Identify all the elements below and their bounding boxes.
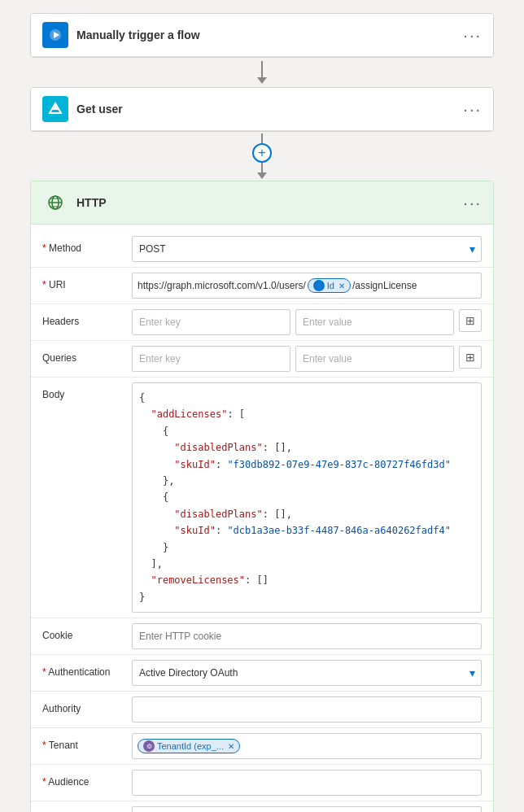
- get-user-dots-menu[interactable]: ···: [463, 100, 482, 119]
- headers-inputs: ⊞: [132, 309, 482, 335]
- tenant-token-label: TenantId (exp_...: [157, 741, 224, 751]
- uri-token-icon: 👤: [313, 280, 325, 291]
- cookie-control: [132, 623, 482, 649]
- auth-label: Authentication: [42, 660, 132, 678]
- tenant-token-badge: ⚙ TenantId (exp_... ✕: [138, 739, 240, 753]
- uri-row: URI https://graph.microsoft.com/v1.0/use…: [31, 268, 493, 303]
- headers-control: ⊞: [132, 309, 482, 335]
- arrow-1: [257, 61, 267, 84]
- queries-label: Queries: [42, 346, 132, 364]
- client-id-row: Client ID ⚙ ClientId_Graph_... ✕: [31, 801, 493, 812]
- audience-input[interactable]: https://graph.microsoft.com: [132, 770, 482, 796]
- http-globe-icon: [42, 190, 68, 216]
- uri-token-label: Id: [327, 281, 334, 290]
- uri-field[interactable]: https://graph.microsoft.com/v1.0/users/ …: [132, 273, 482, 299]
- body-control: { "addLicenses": [ { "disabledPlans": []…: [132, 382, 482, 613]
- http-card: HTTP ··· Method POST GET PUT DELETE PATC…: [30, 181, 494, 812]
- method-select[interactable]: POST GET PUT DELETE PATCH: [132, 236, 482, 262]
- tenant-token-close[interactable]: ✕: [228, 742, 234, 751]
- headers-label: Headers: [42, 309, 132, 327]
- cookie-row: Cookie: [31, 618, 493, 654]
- audience-control: https://graph.microsoft.com: [132, 770, 482, 796]
- tenant-token-icon: ⚙: [143, 740, 155, 752]
- cookie-input[interactable]: [132, 623, 482, 649]
- get-user-title: Get user: [76, 103, 123, 116]
- authority-label: Authority: [42, 696, 132, 714]
- queries-row: Queries ⊞: [31, 341, 493, 377]
- body-row: Body { "addLicenses": [ { "disabledPlans…: [31, 378, 493, 618]
- body-label: Body: [42, 382, 132, 400]
- client-id-label: Client ID: [42, 806, 132, 812]
- tenant-control[interactable]: ⚙ TenantId (exp_... ✕: [132, 733, 482, 759]
- get-user-card: Get user ···: [30, 87, 494, 132]
- http-card-header: HTTP ···: [31, 181, 493, 225]
- queries-inputs: ⊞: [132, 346, 482, 372]
- method-control: POST GET PUT DELETE PATCH: [132, 236, 482, 262]
- http-form-body: Method POST GET PUT DELETE PATCH: [31, 225, 493, 812]
- get-user-header: Get user ···: [31, 88, 493, 131]
- client-id-token-field[interactable]: ⚙ ClientId_Graph_... ✕: [132, 806, 482, 812]
- tenant-row: Tenant ⚙ TenantId (exp_... ✕: [31, 728, 493, 764]
- trigger-card: Manually trigger a flow ···: [30, 13, 494, 58]
- auth-row: Authentication Active Directory OAuth No…: [31, 655, 493, 691]
- queries-control: ⊞: [132, 346, 482, 372]
- uri-label: URI: [42, 273, 132, 290]
- authority-row: Authority https://login.microsoftonline.…: [31, 692, 493, 727]
- method-select-wrapper: POST GET PUT DELETE PATCH: [132, 236, 482, 262]
- cookie-label: Cookie: [42, 623, 132, 641]
- get-user-icon: [42, 96, 68, 122]
- trigger-icon: [42, 22, 68, 48]
- flow-container: Manually trigger a flow ··· Get user ···: [13, 13, 511, 812]
- client-id-control[interactable]: ⚙ ClientId_Graph_... ✕: [132, 806, 482, 812]
- tenant-label: Tenant: [42, 733, 132, 751]
- auth-select[interactable]: Active Directory OAuth None Basic Client…: [132, 660, 482, 686]
- headers-value-input[interactable]: [295, 309, 454, 335]
- queries-value-input[interactable]: [295, 346, 454, 372]
- uri-suffix: /assignLicense: [352, 280, 417, 291]
- get-user-header-left: Get user: [42, 96, 123, 122]
- plus-connector: +: [252, 133, 272, 179]
- trigger-title: Manually trigger a flow: [76, 28, 200, 41]
- headers-add-button[interactable]: ⊞: [459, 309, 482, 332]
- trigger-dots-menu[interactable]: ···: [463, 26, 482, 45]
- http-header-left: HTTP: [42, 190, 107, 216]
- auth-control: Active Directory OAuth None Basic Client…: [132, 660, 482, 686]
- auth-select-wrapper: Active Directory OAuth None Basic Client…: [132, 660, 482, 686]
- authority-input[interactable]: https://login.microsoftonline.com: [132, 696, 482, 723]
- queries-add-button[interactable]: ⊞: [459, 346, 482, 369]
- authority-control: https://login.microsoftonline.com: [132, 696, 482, 723]
- trigger-card-header: Manually trigger a flow ···: [31, 14, 493, 57]
- audience-row: Audience https://graph.microsoft.com: [31, 765, 493, 801]
- method-row: Method POST GET PUT DELETE PATCH: [31, 231, 493, 267]
- headers-row: Headers ⊞: [31, 304, 493, 340]
- http-dots-menu[interactable]: ···: [463, 194, 482, 212]
- method-label: Method: [42, 236, 132, 254]
- http-title: HTTP: [76, 196, 107, 209]
- headers-key-input[interactable]: [132, 309, 290, 335]
- add-step-button[interactable]: +: [252, 143, 272, 163]
- body-textarea[interactable]: { "addLicenses": [ { "disabledPlans": []…: [132, 382, 482, 613]
- trigger-header-left: Manually trigger a flow: [42, 22, 200, 48]
- uri-id-token: 👤 Id ✕: [308, 278, 351, 293]
- audience-label: Audience: [42, 770, 132, 788]
- uri-token-close[interactable]: ✕: [338, 282, 345, 290]
- queries-key-input[interactable]: [132, 346, 290, 372]
- uri-control[interactable]: https://graph.microsoft.com/v1.0/users/ …: [132, 273, 482, 299]
- tenant-token-field[interactable]: ⚙ TenantId (exp_... ✕: [132, 733, 482, 759]
- uri-prefix: https://graph.microsoft.com/v1.0/users/: [138, 280, 306, 291]
